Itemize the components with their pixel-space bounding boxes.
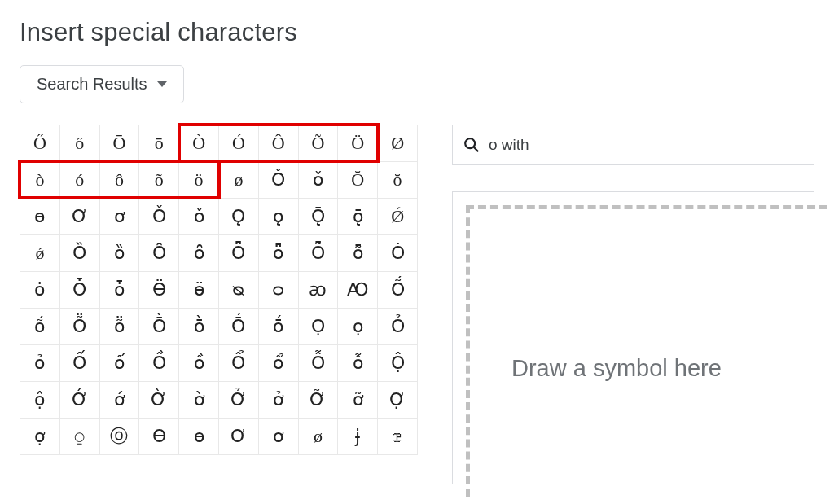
char-cell[interactable]: ộ	[20, 382, 60, 419]
char-cell[interactable]: Ṍ	[378, 272, 418, 309]
char-cell[interactable]: ō	[139, 125, 179, 162]
char-cell[interactable]: ⍜	[60, 419, 100, 455]
char-cell[interactable]: Ơ	[60, 199, 100, 235]
char-cell[interactable]: Ő	[20, 125, 60, 162]
char-cell[interactable]: ỗ	[338, 345, 378, 382]
char-cell[interactable]: ȯ	[20, 272, 60, 309]
char-cell[interactable]: Ở	[219, 382, 259, 419]
char-cell[interactable]: ȭ	[338, 235, 378, 272]
char-cell[interactable]: Ǫ	[219, 199, 259, 235]
char-cell[interactable]: ở	[259, 382, 299, 419]
char-cell[interactable]: Ộ	[378, 345, 418, 382]
char-cell[interactable]: ǒ	[179, 199, 219, 235]
char-cell[interactable]: Ȫ	[219, 235, 259, 272]
char-cell[interactable]: Ớ	[60, 382, 100, 419]
char-cell[interactable]: Ợ	[378, 382, 418, 419]
char-cell[interactable]: ǭ	[338, 199, 378, 235]
char-cell[interactable]: ȍ	[100, 235, 140, 272]
char-cell[interactable]: ɵ	[179, 419, 219, 455]
char-cell[interactable]: Ø	[378, 125, 418, 162]
char-cell[interactable]: Ờ	[139, 382, 179, 419]
char-cell[interactable]: ồ	[179, 345, 219, 382]
char-cell[interactable]: Ô	[259, 125, 299, 162]
char-cell[interactable]: Ơ	[219, 419, 259, 455]
char-cell[interactable]: Ꜵ	[338, 272, 378, 309]
char-cell[interactable]: ợ	[20, 419, 60, 455]
char-cell[interactable]: Õ	[299, 125, 339, 162]
char-cell[interactable]: Ṓ	[219, 309, 259, 345]
char-cell[interactable]: Ồ	[139, 345, 179, 382]
char-cell[interactable]: Ǒ	[259, 162, 299, 199]
char-cell[interactable]: Ỗ	[299, 345, 339, 382]
char-cell[interactable]: Ŏ	[338, 162, 378, 199]
char-cell[interactable]: ŏ	[378, 162, 418, 199]
char-cell[interactable]: Ỡ	[299, 382, 339, 419]
char-cell[interactable]: ṑ	[179, 309, 219, 345]
svg-point-0	[465, 138, 475, 148]
char-cell[interactable]: ⓞ	[100, 419, 140, 455]
char-cell[interactable]: ő	[60, 125, 100, 162]
char-cell[interactable]: ø	[299, 419, 339, 455]
char-cell[interactable]: ṍ	[20, 309, 60, 345]
search-icon	[463, 136, 481, 154]
char-cell[interactable]: Ö	[338, 125, 378, 162]
draw-placeholder: Draw a symbol here	[511, 355, 814, 382]
char-cell[interactable]: Ǿ	[378, 199, 418, 235]
char-cell[interactable]: ò	[20, 162, 60, 199]
char-cell[interactable]: Ǒ	[139, 199, 179, 235]
char-cell[interactable]: ơ	[259, 419, 299, 455]
char-cell[interactable]: ꜵ	[299, 272, 339, 309]
char-cell[interactable]: Ӫ	[139, 272, 179, 309]
char-cell[interactable]: ơ	[100, 199, 140, 235]
char-cell[interactable]: ö	[179, 162, 219, 199]
category-dropdown-label: Search Results	[37, 75, 147, 94]
char-cell[interactable]: ӫ	[179, 272, 219, 309]
char-cell[interactable]: ṏ	[100, 309, 140, 345]
char-cell[interactable]: Ó	[219, 125, 259, 162]
char-cell[interactable]: Ȭ	[299, 235, 339, 272]
char-cell[interactable]: ỏ	[20, 345, 60, 382]
char-cell[interactable]: ɉ	[338, 419, 378, 455]
char-cell[interactable]: Ố	[60, 345, 100, 382]
char-cell[interactable]: ổ	[259, 345, 299, 382]
char-cell[interactable]: Ɵ	[139, 419, 179, 455]
char-cell[interactable]: ớ	[100, 382, 140, 419]
char-cell[interactable]: ȏ	[179, 235, 219, 272]
char-cell[interactable]: ȫ	[259, 235, 299, 272]
char-cell[interactable]: Ỏ	[378, 309, 418, 345]
char-cell[interactable]: Ổ	[219, 345, 259, 382]
char-cell[interactable]: ȱ	[100, 272, 140, 309]
char-cell[interactable]: Ȏ	[139, 235, 179, 272]
char-cell[interactable]: ṓ	[259, 309, 299, 345]
char-cell[interactable]: Ǭ	[299, 199, 339, 235]
search-input[interactable]	[487, 135, 805, 155]
char-cell[interactable]: ó	[60, 162, 100, 199]
char-cell[interactable]: ố	[100, 345, 140, 382]
char-cell[interactable]: Ọ	[299, 309, 339, 345]
char-cell[interactable]: ờ	[179, 382, 219, 419]
draw-panel[interactable]: Draw a symbol here	[452, 191, 814, 484]
character-grid: ŐőŌōÒÓÔÕÖØòóôõöøǑǒŎŏɵƠơǑǒǪǫǬǭǾǿȌȍȎȏȪȫȬȭȮ…	[20, 125, 418, 455]
char-cell[interactable]: ø	[219, 162, 259, 199]
char-cell[interactable]: Ȱ	[60, 272, 100, 309]
svg-line-1	[474, 147, 479, 152]
char-cell[interactable]: ọ	[338, 309, 378, 345]
char-cell[interactable]: ꭢ	[378, 419, 418, 455]
char-cell[interactable]: Ȯ	[378, 235, 418, 272]
char-cell[interactable]: Ō	[100, 125, 140, 162]
char-cell[interactable]: ỡ	[338, 382, 378, 419]
search-field[interactable]	[452, 125, 814, 165]
char-cell[interactable]: ǿ	[20, 235, 60, 272]
char-cell[interactable]: Ṑ	[139, 309, 179, 345]
char-cell[interactable]: ô	[100, 162, 140, 199]
char-cell[interactable]: Ṏ	[60, 309, 100, 345]
char-cell[interactable]: ᴓ	[219, 272, 259, 309]
category-dropdown[interactable]: Search Results	[20, 65, 184, 103]
char-cell[interactable]: ǒ	[299, 162, 339, 199]
char-cell[interactable]: ɵ	[20, 199, 60, 235]
char-cell[interactable]: Ȍ	[60, 235, 100, 272]
char-cell[interactable]: ǫ	[259, 199, 299, 235]
char-cell[interactable]: õ	[139, 162, 179, 199]
char-cell[interactable]: ᴑ	[259, 272, 299, 309]
char-cell[interactable]: Ò	[179, 125, 219, 162]
